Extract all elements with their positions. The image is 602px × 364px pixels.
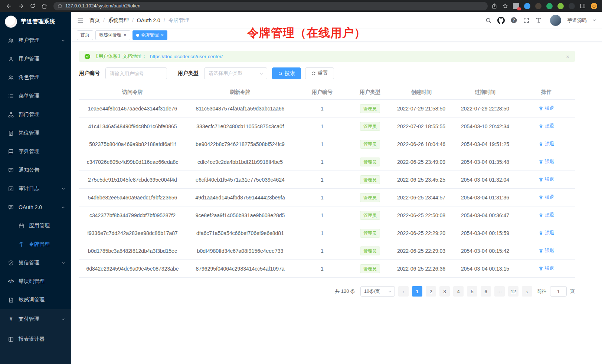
sidebar-item-token[interactable]: 令牌管理 — [0, 235, 71, 254]
page-button-2[interactable]: 2 — [426, 286, 436, 297]
fullscreen-icon[interactable] — [523, 17, 530, 24]
report-icon — [8, 336, 14, 343]
github-icon[interactable] — [497, 17, 505, 24]
address-bar[interactable]: 127.0.0.1:1024/system/oauth2/token — [53, 2, 488, 10]
collapse-sidebar-icon[interactable] — [77, 17, 84, 24]
page-button-5[interactable]: 5 — [467, 286, 477, 297]
browser-profile-avatar[interactable] — [590, 3, 598, 10]
extension-blue-icon[interactable] — [524, 3, 530, 9]
extension-darkgrey-icon[interactable] — [569, 3, 575, 9]
sidebar-item-oauth[interactable]: OAuth 2.0 — [0, 198, 71, 216]
access-token-cell: 502375b8040a469a9b82188afdf6af1f — [79, 135, 186, 153]
breadcrumb-item[interactable]: 系统管理 — [108, 17, 129, 24]
app-logo[interactable]: 芋道管理系统 — [0, 12, 71, 31]
tab-item[interactable]: 令牌管理× — [132, 30, 168, 40]
breadcrumb-item[interactable]: 首页 — [89, 17, 100, 24]
role-icon — [8, 75, 14, 81]
force-logout-button[interactable]: 强退 — [539, 123, 554, 129]
sidebar-item-user[interactable]: 用户管理 — [0, 50, 71, 68]
prev-page-button[interactable]: ‹ — [398, 286, 409, 297]
back-icon[interactable] — [6, 3, 12, 9]
sidebar-item-app[interactable]: 应用管理 — [0, 216, 71, 235]
sidebar-item-label: 部门管理 — [19, 111, 65, 118]
page-button-6[interactable]: 6 — [481, 286, 491, 297]
sidebar-item-sensitive[interactable]: 敏感词管理 — [0, 291, 71, 309]
help-icon[interactable]: ? — [510, 17, 517, 24]
sidebar-item-dept[interactable]: 部门管理 — [0, 105, 71, 124]
extension-lime-icon[interactable] — [557, 3, 564, 9]
goto-page-input[interactable] — [550, 286, 567, 297]
oauth-icon — [8, 204, 14, 211]
sidebar-item-audit[interactable]: 审计日志 — [0, 179, 71, 198]
forward-icon[interactable] — [18, 3, 24, 9]
close-icon[interactable]: × — [124, 33, 127, 37]
sidebar-item-post[interactable]: 岗位管理 — [0, 124, 71, 142]
share-icon[interactable] — [491, 3, 497, 9]
home-icon[interactable] — [41, 3, 48, 9]
user-type-badge: 管理员 — [360, 229, 380, 238]
screen: 127.0.0.1:1024/system/oauth2/token 芋道管理系… — [0, 0, 602, 364]
access-token-cell: f9336e7c7dd242a283ee98dc86b17a87 — [79, 224, 186, 242]
force-logout-button[interactable]: 强退 — [539, 158, 554, 165]
font-size-icon[interactable] — [535, 17, 542, 24]
extension-puzzle-icon[interactable] — [513, 3, 519, 9]
force-logout-button[interactable]: 强退 — [539, 194, 554, 201]
alert-close-icon[interactable]: × — [566, 54, 569, 59]
reset-button[interactable]: 重置 — [305, 67, 334, 79]
sidebar-item-report[interactable]: 报表设计器 — [0, 329, 71, 349]
force-logout-button[interactable]: 强退 — [539, 265, 554, 272]
user-type-select[interactable]: 请选择用户类型 — [204, 67, 267, 79]
user-menu-caret-icon[interactable] — [592, 18, 596, 22]
column-header: 过期时间 — [452, 85, 518, 100]
extension-dark-icon[interactable] — [535, 3, 542, 9]
tab-item[interactable]: 敏感词管理× — [95, 30, 130, 40]
user-id-input[interactable] — [105, 67, 167, 79]
close-icon[interactable]: × — [161, 33, 164, 37]
search-icon[interactable] — [485, 17, 492, 24]
side-panel-icon[interactable] — [580, 3, 586, 9]
doc-link[interactable]: https://doc.iocoder.cn/user-center/ — [150, 54, 223, 59]
total-count: 共 120 条 — [335, 288, 355, 295]
username[interactable]: 芋道源码 — [567, 17, 587, 24]
expire-time-cell: 2054-03-04 00:15:42 — [452, 242, 518, 260]
breadcrumb-item[interactable]: OAuth 2.0 — [137, 17, 160, 23]
page-button-12[interactable]: 12 — [508, 286, 518, 297]
user-avatar[interactable] — [550, 15, 561, 26]
page-button-4[interactable]: 4 — [453, 286, 464, 297]
breadcrumb: 首页/系统管理/OAuth 2.0/令牌管理 — [89, 17, 189, 24]
reload-icon[interactable] — [30, 3, 36, 9]
page-size-select[interactable]: 10条/页 — [360, 286, 395, 297]
access-token-cell: b0d1785bc3a8482f812db4a3f3bd15ec — [79, 242, 186, 260]
sidebar-item-role[interactable]: 角色管理 — [0, 68, 71, 87]
sidebar-item-menu[interactable]: 菜单管理 — [0, 87, 71, 105]
access-token-cell: 41c41346a548490f9dc8b01c6bfe0865 — [79, 118, 186, 135]
force-logout-button[interactable]: 强退 — [539, 140, 554, 147]
force-logout-button[interactable]: 强退 — [539, 229, 554, 236]
sidebar-item-tenant[interactable]: 租户管理 — [0, 31, 71, 50]
chevron-down-icon — [61, 317, 65, 321]
sidebar-item-dict[interactable]: 字典管理 — [0, 142, 71, 161]
sidebar-item-notice[interactable]: 通知公告 — [0, 161, 71, 179]
sidebar-item-label: 审计日志 — [19, 185, 61, 192]
sidebar-item-errcode[interactable]: </>错误码管理 — [0, 272, 71, 291]
breadcrumb-item: 令牌管理 — [169, 17, 189, 24]
browser-chrome: 127.0.0.1:1024/system/oauth2/token — [0, 0, 602, 12]
bookmark-star-icon[interactable] — [502, 3, 508, 9]
site-info-icon[interactable] — [58, 4, 62, 9]
search-button[interactable]: 搜索 — [272, 67, 301, 79]
force-logout-button[interactable]: 强退 — [539, 105, 554, 112]
sidebar-item-label: 租户管理 — [19, 37, 61, 44]
force-logout-button[interactable]: 强退 — [539, 247, 554, 254]
sidebar-item-label: 字典管理 — [19, 148, 65, 155]
extension-green-icon[interactable] — [546, 3, 553, 9]
page-button-1[interactable]: 1 — [412, 286, 422, 297]
force-logout-button[interactable]: 强退 — [539, 176, 554, 183]
sms-icon — [8, 260, 14, 266]
next-page-button[interactable]: › — [522, 286, 532, 297]
sidebar-item-sms[interactable]: 短信管理 — [0, 254, 71, 272]
force-logout-button[interactable]: 强退 — [539, 212, 554, 218]
page-ellipsis[interactable]: ··· — [494, 286, 505, 297]
sidebar-item-pay[interactable]: ¥支付管理 — [0, 309, 71, 329]
page-button-3[interactable]: 3 — [439, 286, 450, 297]
tab-item[interactable]: 首页 — [77, 30, 93, 40]
